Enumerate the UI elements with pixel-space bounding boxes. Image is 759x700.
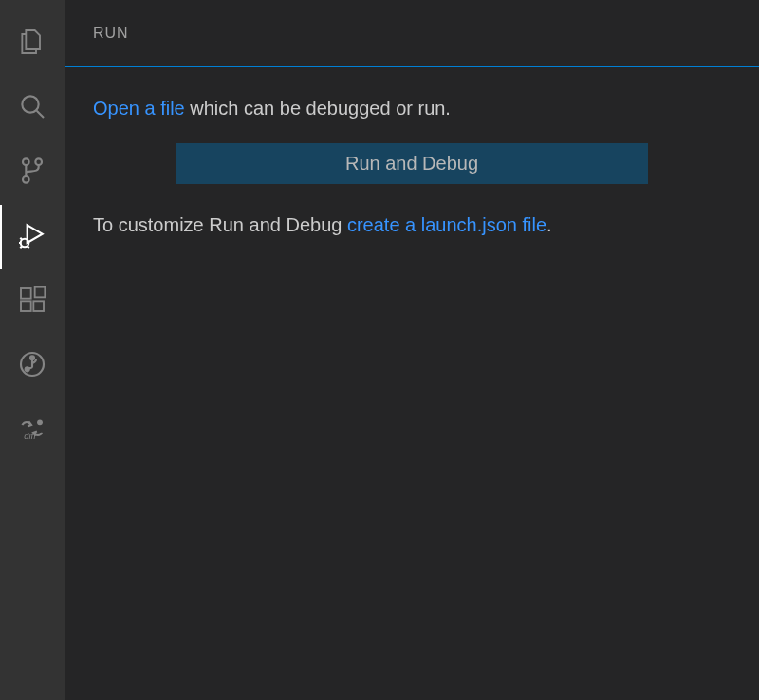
svg-point-15 [30,356,34,359]
panel-title: RUN [93,25,129,42]
activity-source-control[interactable] [0,140,65,205]
intro-text: Open a file which can be debugged or run… [93,94,731,122]
svg-line-1 [37,111,44,118]
activity-explorer[interactable] [0,11,65,76]
run-debug-icon [17,220,47,254]
extensions-icon [17,285,47,319]
diff-icon: diff [17,414,47,448]
svg-point-0 [22,96,38,112]
activity-diff[interactable]: diff [0,398,65,463]
activity-run-debug[interactable] [0,205,65,269]
customize-suffix: . [546,214,552,235]
run-panel-body: Open a file which can be debugged or run… [65,67,759,266]
svg-point-17 [37,419,43,425]
svg-rect-11 [21,301,31,311]
customize-text: To customize Run and Debug create a laun… [93,211,731,239]
git-graph-icon [17,349,47,383]
create-launch-json-link[interactable]: create a launch.json file [347,214,546,235]
intro-text-rest: which can be debugged or run. [185,98,451,119]
activity-bar: diff [0,0,65,700]
customize-prefix: To customize Run and Debug [93,214,347,235]
files-icon [17,27,47,61]
svg-point-4 [23,176,29,183]
svg-rect-13 [35,287,46,298]
activity-search[interactable] [0,76,65,140]
svg-point-3 [23,158,29,165]
svg-line-7 [20,246,22,248]
activity-git-graph[interactable] [0,334,65,398]
search-icon [17,91,47,125]
svg-point-2 [35,158,42,165]
run-panel: Open a file which can be debugged or run… [65,66,759,700]
svg-rect-12 [33,301,44,311]
svg-rect-10 [21,288,31,299]
open-file-link[interactable]: Open a file [93,98,185,119]
activity-extensions[interactable] [0,269,65,334]
svg-text:diff: diff [24,432,37,441]
svg-line-6 [20,238,22,240]
panel-header: RUN [65,0,759,66]
source-control-icon [17,156,47,190]
run-and-debug-button[interactable]: Run and Debug [176,143,647,184]
svg-line-8 [28,246,29,248]
